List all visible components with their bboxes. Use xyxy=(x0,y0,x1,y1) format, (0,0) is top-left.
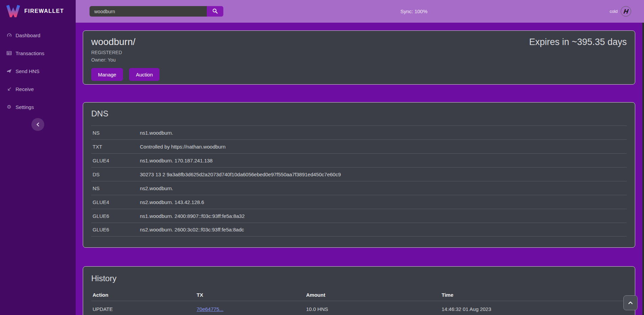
search-button[interactable] xyxy=(207,6,223,17)
sidebar-item-transactions[interactable]: Transactions xyxy=(6,49,76,57)
main-column: Sync: 100% cold H woodburn/ REGISTERED O… xyxy=(76,0,644,315)
dns-record-value: Controlled by https://nathan.woodburn xyxy=(140,144,226,150)
sidebar: FIREWALLET Dashboard Transactions Send H… xyxy=(0,0,76,315)
chevron-up-icon xyxy=(628,300,633,306)
history-amount: 10.0 HNS xyxy=(305,306,440,312)
dns-record-row: GLUE6 ns2.woodburn. 2600:3c02::f03c:93ff… xyxy=(91,223,627,237)
search-bar xyxy=(90,6,223,17)
sidebar-nav: Dashboard Transactions Send HNS Receive xyxy=(0,31,76,111)
sidebar-item-settings[interactable]: ⚙ Settings xyxy=(6,103,76,111)
dns-record-type: GLUE6 xyxy=(91,227,140,232)
dns-record-value: ns1.woodburn. 170.187.241.138 xyxy=(140,158,213,163)
dns-record-row: DS 30273 13 2 9a3a8fb3d625d2a2073d740f10… xyxy=(91,167,627,181)
app-root: FIREWALLET Dashboard Transactions Send H… xyxy=(0,0,644,315)
history-card: History Action TX Amount Time UPDATE 70e… xyxy=(83,266,635,315)
chevron-left-icon xyxy=(36,121,40,128)
firewallet-logo-icon xyxy=(6,4,20,19)
dns-record-row: TXT Controlled by https://nathan.woodbur… xyxy=(91,139,627,153)
dns-record-row: GLUE4 ns1.woodburn. 170.187.241.138 xyxy=(91,153,627,167)
dns-record-row: GLUE6 ns1.woodburn. 2400:8907::f03c:93ff… xyxy=(91,209,627,223)
receive-icon xyxy=(6,86,12,92)
domain-info: woodburn/ REGISTERED Owner: You Manage A… xyxy=(91,36,159,81)
dns-record-type: GLUE4 xyxy=(91,158,140,163)
dns-record-type: NS xyxy=(91,185,140,191)
dns-record-value: 30273 13 2 9a3a8fb3d625d2a2073d740f10da6… xyxy=(140,172,341,177)
sidebar-item-dashboard[interactable]: Dashboard xyxy=(6,31,76,39)
sidebar-item-label: Settings xyxy=(16,104,34,110)
manage-button[interactable]: Manage xyxy=(91,68,123,81)
sync-status: Sync: 100% xyxy=(400,0,427,23)
wallet-zone: cold H xyxy=(610,0,631,23)
sidebar-item-label: Send HNS xyxy=(16,68,40,74)
dns-record-type: GLUE6 xyxy=(91,213,140,219)
tx-link[interactable]: 70e64775... xyxy=(197,306,223,312)
auction-button[interactable]: Auction xyxy=(129,68,159,81)
dns-record-type: DS xyxy=(91,172,140,177)
dns-record-row: GLUE4 ns2.woodburn. 143.42.128.6 xyxy=(91,195,627,209)
header: Sync: 100% cold H xyxy=(76,0,644,23)
dns-card: DNS NS ns1.woodburn. TXT Controlled by h… xyxy=(83,102,635,248)
dns-record-type: TXT xyxy=(91,144,140,150)
history-row: UPDATE 70e64775... 10.0 HNS 14:46:32 01 … xyxy=(91,301,627,315)
sidebar-item-label: Dashboard xyxy=(16,32,40,38)
status-badge: REGISTERED xyxy=(91,49,159,56)
page-content: woodburn/ REGISTERED Owner: You Manage A… xyxy=(76,23,644,315)
wallet-name: cold xyxy=(610,9,618,14)
dns-record-value: ns1.woodburn. 2400:8907::f03c:93ff:fe5a:… xyxy=(140,213,245,219)
column-header-tx: TX xyxy=(195,292,305,298)
dns-record-type: NS xyxy=(91,130,140,136)
sidebar-collapse-button[interactable] xyxy=(31,118,44,131)
dns-record-value: ns2.woodburn. xyxy=(140,185,173,191)
expires-label: Expires in ~395.35 days xyxy=(529,36,627,48)
column-header-action: Action xyxy=(91,292,195,298)
send-icon xyxy=(6,68,12,74)
dns-record-type: GLUE4 xyxy=(91,199,140,205)
magnifier-icon xyxy=(212,8,218,15)
dashboard-icon xyxy=(6,32,12,38)
vertical-scrollbar[interactable] xyxy=(642,23,644,315)
brand[interactable]: FIREWALLET xyxy=(0,0,76,22)
column-header-amount: Amount xyxy=(305,292,440,298)
dns-record-row: NS ns2.woodburn. xyxy=(91,181,627,195)
history-section-title: History xyxy=(91,273,627,284)
app-title: FIREWALLET xyxy=(24,8,64,14)
history-action: UPDATE xyxy=(91,306,195,312)
sidebar-item-label: Receive xyxy=(16,86,34,92)
transactions-icon xyxy=(6,50,12,56)
dns-record-row: NS ns1.woodburn. xyxy=(91,126,627,139)
column-header-time: Time xyxy=(440,292,627,298)
history-header-row: Action TX Amount Time xyxy=(91,289,627,301)
dns-record-value: ns2.woodburn. 143.42.128.6 xyxy=(140,199,204,205)
history-time: 14:46:32 01 Aug 2023 xyxy=(440,306,627,312)
handshake-logo-icon[interactable]: H xyxy=(621,6,631,17)
domain-actions: Manage Auction xyxy=(91,68,159,81)
dns-record-value: ns1.woodburn. xyxy=(140,130,173,136)
dns-section-title: DNS xyxy=(91,109,627,119)
owner-label: Owner: You xyxy=(91,57,159,63)
sidebar-item-receive[interactable]: Receive xyxy=(6,85,76,93)
history-table: Action TX Amount Time UPDATE 70e64775...… xyxy=(91,289,627,315)
scroll-to-top-button[interactable] xyxy=(623,295,638,310)
dns-record-value: ns2.woodburn. 2600:3c02::f03c:93ff:fe5a:… xyxy=(140,227,244,232)
domain-card: woodburn/ REGISTERED Owner: You Manage A… xyxy=(83,30,635,85)
dns-table: NS ns1.woodburn. TXT Controlled by https… xyxy=(91,126,627,237)
sidebar-item-send-hns[interactable]: Send HNS xyxy=(6,67,76,75)
settings-icon: ⚙ xyxy=(6,104,12,110)
page-title: woodburn/ xyxy=(91,36,159,48)
search-input[interactable] xyxy=(90,6,207,17)
sidebar-item-label: Transactions xyxy=(16,50,44,56)
